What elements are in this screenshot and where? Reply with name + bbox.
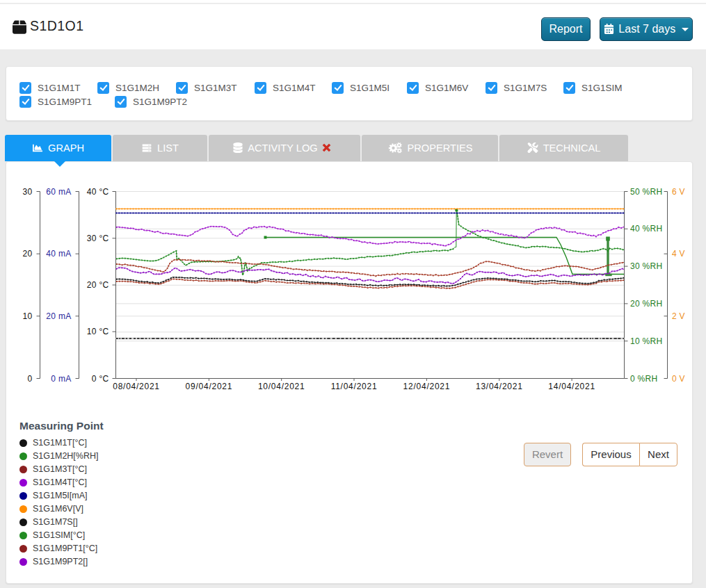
svg-text:40 °C: 40 °C <box>87 187 109 197</box>
svg-text:10 %RH: 10 %RH <box>630 336 662 346</box>
svg-text:09/04/2021: 09/04/2021 <box>186 382 233 391</box>
svg-text:0 %RH: 0 %RH <box>630 374 658 384</box>
svg-text:30 %RH: 30 %RH <box>630 261 662 271</box>
svg-text:10/04/2021: 10/04/2021 <box>258 382 305 391</box>
svg-text:2 V: 2 V <box>672 311 685 321</box>
svg-text:60 mA: 60 mA <box>46 187 71 197</box>
svg-text:20 °C: 20 °C <box>87 280 109 290</box>
svg-text:0 mA: 0 mA <box>51 374 71 384</box>
svg-text:20 %RH: 20 %RH <box>630 299 662 309</box>
svg-text:08/04/2021: 08/04/2021 <box>113 382 160 391</box>
svg-text:10 °C: 10 °C <box>87 327 109 336</box>
svg-text:20: 20 <box>23 249 33 259</box>
svg-text:4 V: 4 V <box>672 249 685 259</box>
svg-text:0 °C: 0 °C <box>92 374 109 384</box>
svg-text:20 mA: 20 mA <box>46 311 71 321</box>
svg-text:11/04/2021: 11/04/2021 <box>331 382 378 391</box>
svg-text:13/04/2021: 13/04/2021 <box>476 382 523 391</box>
svg-text:12/04/2021: 12/04/2021 <box>403 382 451 391</box>
svg-text:10: 10 <box>23 311 33 321</box>
svg-text:6 V: 6 V <box>672 187 685 197</box>
svg-text:40 %RH: 40 %RH <box>630 224 662 234</box>
svg-text:14/04/2021: 14/04/2021 <box>548 382 595 391</box>
svg-text:30: 30 <box>23 187 33 197</box>
svg-text:0 V: 0 V <box>672 374 685 384</box>
svg-text:30 °C: 30 °C <box>87 234 109 243</box>
svg-text:50 %RH: 50 %RH <box>630 187 662 197</box>
svg-text:0: 0 <box>28 374 33 384</box>
svg-text:40 mA: 40 mA <box>46 249 71 259</box>
